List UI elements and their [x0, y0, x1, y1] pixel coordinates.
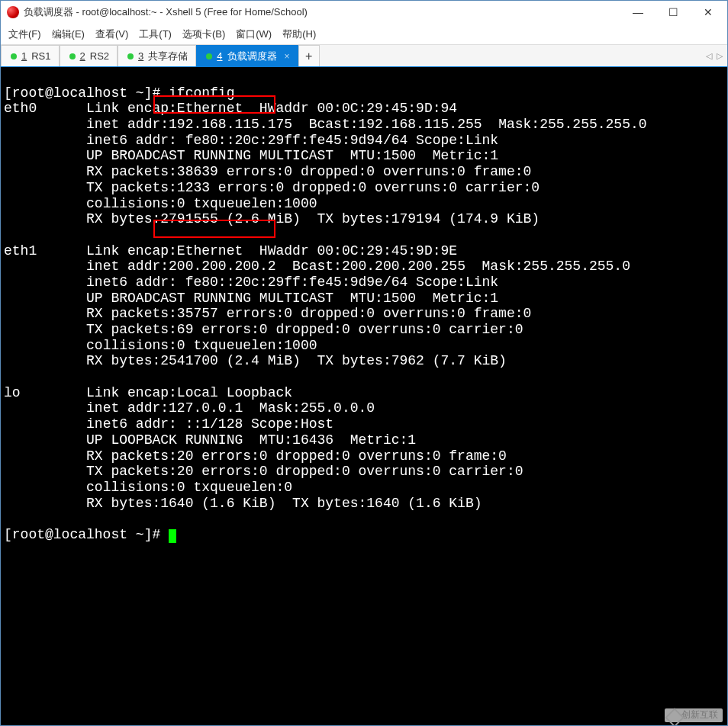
output-line: inet addr:192.168.115.175 Bcast:192.168.…: [4, 117, 647, 132]
output-line: inet6 addr: ::1/128 Scope:Host: [4, 416, 333, 432]
output-line: [4, 511, 12, 526]
status-dot-icon: [127, 53, 134, 59]
new-tab-button[interactable]: +: [298, 45, 320, 66]
output-line: RX bytes:1640 (1.6 KiB) TX bytes:1640 (1…: [4, 496, 482, 511]
output-line: UP BROADCAST RUNNING MULTICAST MTU:1500 …: [4, 148, 498, 163]
window-title: 负载调度器 - root@localhost:~ - Xshell 5 (Fre…: [24, 5, 620, 19]
tab-load-balancer[interactable]: 4 负载调度器 ×: [196, 45, 298, 66]
tab-number: 1: [21, 50, 27, 62]
plus-icon: +: [305, 50, 312, 63]
output-line: TX packets:20 errors:0 dropped:0 overrun…: [4, 464, 523, 479]
output-line: collisions:0 txqueuelen:0: [4, 480, 292, 495]
menu-tools[interactable]: 工具(T): [139, 27, 172, 41]
output-line: collisions:0 txqueuelen:1000: [4, 338, 317, 353]
tab-rs1[interactable]: 1 RS1: [1, 45, 60, 66]
menu-view[interactable]: 查看(V): [95, 27, 128, 41]
menu-file[interactable]: 文件(F): [8, 27, 41, 41]
status-dot-icon: [206, 53, 212, 59]
close-tab-icon[interactable]: ×: [285, 51, 290, 62]
tab-scroll-left-icon[interactable]: ◁: [706, 51, 712, 61]
output-line: eth0 Link encap:Ethernet HWaddr 00:0C:29…: [4, 101, 457, 116]
output-line: RX packets:38639 errors:0 dropped:0 over…: [4, 164, 531, 179]
eth0-ip: 192.168.115.175: [169, 117, 292, 132]
output-line: RX packets:35757 errors:0 dropped:0 over…: [4, 306, 531, 321]
output-line: inet6 addr: fe80::20c:29ff:fe45:9d94/64 …: [4, 133, 498, 148]
maximize-button[interactable]: ☐: [656, 2, 691, 23]
titlebar: 负载调度器 - root@localhost:~ - Xshell 5 (Fre…: [1, 1, 727, 24]
output-line: inet6 addr: fe80::20c:29ff:fe45:9d9e/64 …: [4, 275, 498, 290]
menu-edit[interactable]: 编辑(E): [52, 27, 85, 41]
eth1-ip: 200.200.200.2: [169, 259, 275, 274]
window-buttons: — ☐ ✕: [620, 2, 726, 23]
output-line: TX packets:1233 errors:0 dropped:0 overr…: [4, 180, 540, 195]
output-line: [4, 369, 12, 384]
output-line: RX bytes:2541700 (2.4 MiB) TX bytes:7962…: [4, 353, 507, 368]
prompt-line: [root@localhost ~]# ifconfig: [4, 85, 234, 101]
output-line: RX packets:20 errors:0 dropped:0 overrun…: [4, 448, 507, 464]
output-line: eth1 Link encap:Ethernet HWaddr 00:0C:29…: [4, 243, 457, 259]
output-line: lo Link encap:Local Loopback: [4, 385, 292, 400]
close-button[interactable]: ✕: [691, 2, 726, 23]
output-line: UP BROADCAST RUNNING MULTICAST MTU:1500 …: [4, 291, 498, 306]
output-line: [4, 227, 12, 243]
status-dot-icon: [69, 53, 76, 59]
menu-tab[interactable]: 选项卡(B): [182, 27, 225, 41]
tab-label: RS2: [90, 50, 109, 62]
tab-scroll-right-icon[interactable]: ▷: [717, 51, 723, 61]
tab-rs2[interactable]: 2 RS2: [60, 45, 118, 66]
output-line: RX bytes:2791555 (2.6 MiB) TX bytes:1791…: [4, 211, 540, 226]
prompt-line: [root@localhost ~]#: [4, 527, 176, 542]
status-dot-icon: [11, 53, 17, 59]
tab-label: 负载调度器: [227, 50, 277, 63]
output-line: UP LOOPBACK RUNNING MTU:16436 Metric:1: [4, 432, 416, 448]
tab-number: 3: [138, 50, 143, 62]
output-line: collisions:0 txqueuelen:1000: [4, 196, 317, 211]
watermark: 创新互联: [665, 708, 723, 722]
tab-label: 共享存储: [148, 50, 188, 63]
menu-window[interactable]: 窗口(W): [236, 27, 272, 41]
tab-number: 2: [80, 50, 85, 62]
tab-label: RS1: [31, 50, 50, 62]
minimize-button[interactable]: —: [620, 2, 656, 23]
menu-help[interactable]: 帮助(H): [282, 27, 316, 41]
output-line: TX packets:69 errors:0 dropped:0 overrun…: [4, 322, 523, 337]
tab-nav: ◁ ▷: [706, 45, 727, 66]
output-line: inet addr:200.200.200.2 Bcast:200.200.20…: [4, 259, 630, 274]
tabbar: 1 RS1 2 RS2 3 共享存储 4 负载调度器 × + ◁ ▷: [1, 45, 727, 67]
menubar: 文件(F) 编辑(E) 查看(V) 工具(T) 选项卡(B) 窗口(W) 帮助(…: [1, 24, 727, 45]
cursor: [169, 529, 176, 543]
tab-shared-storage[interactable]: 3 共享存储: [118, 45, 196, 66]
tab-number: 4: [217, 50, 222, 62]
app-icon: [7, 6, 19, 18]
terminal[interactable]: [root@localhost ~]# ifconfig eth0 Link e…: [1, 67, 727, 726]
output-line: inet addr:127.0.0.1 Mask:255.0.0.0: [4, 400, 375, 416]
